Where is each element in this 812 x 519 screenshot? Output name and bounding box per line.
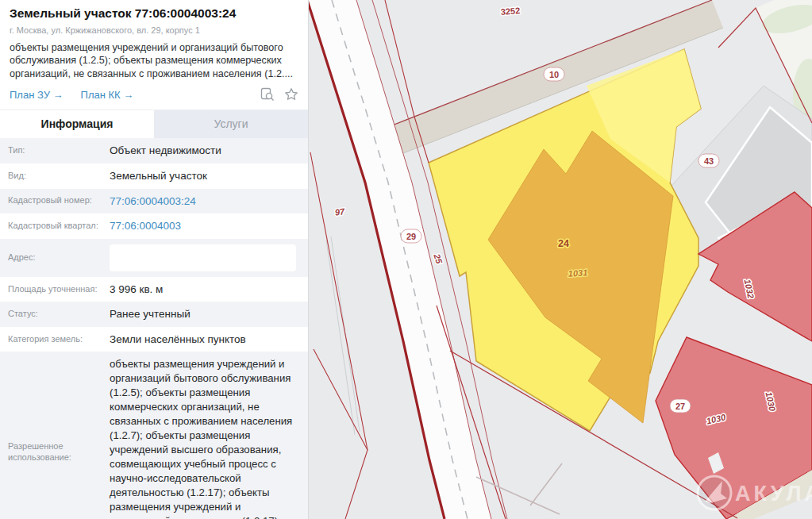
map-label-29: 29	[401, 229, 421, 243]
info-row: Категория земель:Земли населённых пункто…	[0, 327, 308, 352]
tab-information[interactable]: Информация	[0, 110, 154, 138]
cadastral-map[interactable]: 3252109729252410314310322710301030 АКУЛА	[309, 0, 812, 519]
header-icons	[260, 87, 298, 102]
info-row: Разрешенное использование:объекты размещ…	[0, 352, 308, 519]
row-value: 3 996 кв. м	[110, 283, 163, 295]
row-label: Адрес:	[8, 252, 110, 263]
info-panel: Земельный участок 77:06:0004003:24 г. Мо…	[0, 0, 309, 519]
row-label: Категория земель:	[8, 334, 110, 345]
row-label: Тип:	[8, 145, 110, 156]
map-container: 3252109729252410314310322710301030 АКУЛА	[309, 0, 812, 519]
map-label-1031: 1031	[568, 267, 587, 279]
watermark: АКУЛА	[698, 476, 812, 509]
info-row: Статус:Ранее учтенный	[0, 302, 308, 327]
panel-header: Земельный участок 77:06:0004003:24 г. Мо…	[0, 0, 308, 110]
cadastral-app: Земельный участок 77:06:0004003:24 г. Мо…	[0, 0, 812, 519]
svg-text:1031: 1031	[568, 267, 587, 279]
row-value-link[interactable]: 77:06:0004003:24	[110, 195, 196, 207]
plan-links-row: План ЗУ → План КК →	[10, 87, 298, 106]
doc-search-icon[interactable]	[260, 87, 275, 102]
map-label-24: 24	[558, 238, 569, 249]
row-label: Статус:	[8, 309, 110, 320]
map-label-43: 43	[698, 154, 719, 167]
svg-text:3252: 3252	[500, 6, 520, 17]
row-value: объекты размещения учреждений и организа…	[110, 358, 292, 519]
plan-zu-link[interactable]: План ЗУ →	[10, 89, 63, 101]
info-row: Адрес:	[0, 239, 308, 277]
row-value: Объект недвижимости	[110, 144, 221, 156]
address-empty-box	[110, 244, 296, 271]
info-rows: Тип:Объект недвижимостиВид:Земельный уча…	[0, 138, 308, 519]
row-label: Площадь уточненная:	[8, 284, 110, 295]
parcel-address-subtitle: г. Москва, ул. Кржижановского, вл. 29, к…	[10, 25, 298, 35]
info-row: Вид:Земельный участок	[0, 163, 308, 189]
map-label-10: 10	[544, 67, 564, 81]
svg-text:10: 10	[549, 70, 559, 79]
row-value: Земли населённых пунктов	[110, 333, 246, 345]
info-row: Площадь уточненная:3 996 кв. м	[0, 277, 308, 302]
row-value: Ранее учтенный	[110, 308, 190, 320]
panel-tabs: Информация Услуги	[0, 110, 308, 138]
info-row: Тип:Объект недвижимости	[0, 138, 308, 163]
row-label: Кадастровый номер:	[8, 195, 110, 206]
watermark-text: АКУЛА	[735, 482, 812, 506]
row-value: Земельный участок	[110, 170, 207, 182]
svg-text:27: 27	[675, 402, 685, 411]
plan-kk-link[interactable]: План КК →	[81, 89, 134, 101]
parcel-title: Земельный участок 77:06:0004003:24	[10, 6, 298, 21]
svg-text:24: 24	[558, 238, 569, 249]
map-label-3252: 3252	[500, 6, 520, 17]
info-row: Кадастровый номер:77:06:0004003:24	[0, 189, 308, 214]
svg-text:43: 43	[704, 156, 714, 166]
map-label-27: 27	[670, 399, 691, 413]
parcel-short-description: объекты размещения учреждений и организа…	[10, 41, 298, 81]
row-label: Кадастровый квартал:	[8, 221, 110, 232]
row-value-link[interactable]: 77:06:0004003	[110, 220, 181, 232]
row-value	[110, 244, 300, 271]
row-label: Вид:	[8, 171, 110, 182]
svg-text:29: 29	[406, 232, 416, 241]
favorite-star-icon[interactable]	[284, 87, 298, 102]
row-label: Разрешенное использование:	[8, 439, 110, 463]
info-row: Кадастровый квартал:77:06:0004003	[0, 213, 308, 239]
tab-services[interactable]: Услуги	[154, 110, 308, 138]
